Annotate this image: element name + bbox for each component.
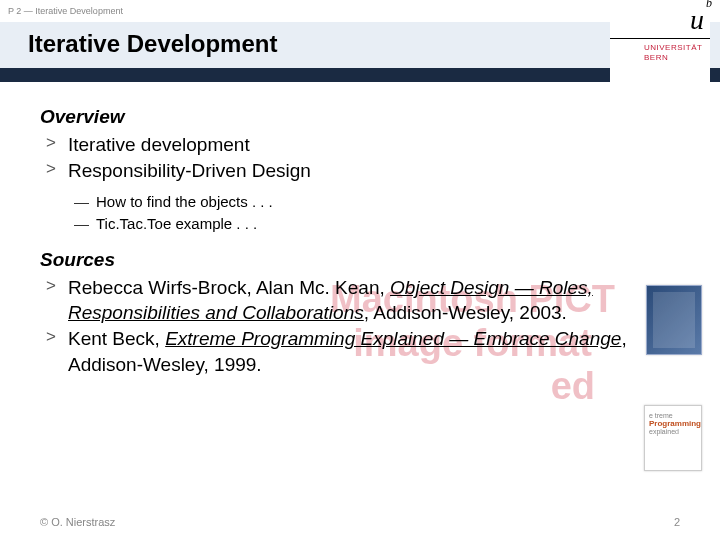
slide-content: Overview Iterative development Responsib… — [0, 82, 720, 377]
overview-list: Iterative development Responsibility-Dri… — [40, 132, 680, 183]
list-item: Kent Beck, Extreme Programming Explained… — [40, 326, 680, 377]
list-item: Iterative development — [40, 132, 680, 158]
sources-heading: Sources — [40, 249, 680, 271]
slide-footer: © O. Nierstrasz 2 — [40, 516, 680, 528]
logo-text: UNIVERSITÄT BERN — [610, 43, 710, 64]
logo-divider — [610, 38, 710, 39]
logo-mark: ub — [690, 4, 710, 36]
page-number: 2 — [674, 516, 680, 528]
copyright: © O. Nierstrasz — [40, 516, 115, 528]
list-item: Responsibility-Driven Design — [40, 158, 680, 184]
overview-heading: Overview — [40, 106, 680, 128]
list-item: Rebecca Wirfs-Brock, Alan Mc. Kean, Obje… — [40, 275, 680, 326]
overview-sublist: How to find the objects . . . Tic.Tac.To… — [40, 191, 680, 235]
book-cover-xp-explained: e treme Programming explained — [644, 405, 702, 471]
list-item: How to find the objects . . . — [40, 191, 680, 213]
slide-header: P 2 — Iterative Development Iterative De… — [0, 0, 720, 82]
sources-list: Rebecca Wirfs-Brock, Alan Mc. Kean, Obje… — [40, 275, 680, 378]
list-item: Tic.Tac.Toe example . . . — [40, 213, 680, 235]
